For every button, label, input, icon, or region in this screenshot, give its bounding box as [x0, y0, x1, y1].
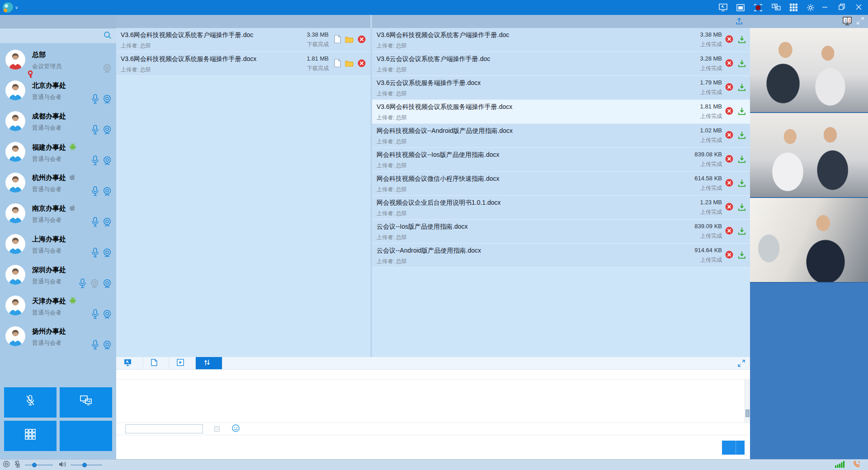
download-file-icon[interactable]: [738, 227, 745, 236]
upload-file-row[interactable]: V3.6网会科技视频会议系统客户端操作手册.doc 上传者: 总部 3.38 M…: [372, 28, 750, 52]
microphone-icon[interactable]: [91, 125, 99, 136]
download-file-icon[interactable]: [738, 59, 745, 68]
video-layout-icon[interactable]: 12: [842, 17, 852, 27]
tab-desktop-share[interactable]: [116, 357, 143, 369]
search-input[interactable]: [5, 32, 104, 39]
participant-row[interactable]: 天津办事处 普通与会者: [0, 293, 116, 324]
upload-file-row[interactable]: 网会科技视频会议--Ios版产品使用指南.docx 上传者: 总部 839.08…: [372, 148, 750, 172]
download-file-icon[interactable]: [738, 83, 745, 92]
participant-row[interactable]: 总部 会议管理员: [0, 47, 116, 78]
start-sync-button[interactable]: [60, 387, 112, 418]
download-file-row[interactable]: V3.6网会科技视频会议系统客户端操作手册.doc 上传者: 总部 3.38 M…: [116, 28, 370, 52]
maximize-button[interactable]: [839, 4, 845, 11]
participant-row[interactable]: 北京办事处 普通与会者: [0, 78, 116, 109]
open-folder-icon[interactable]: [345, 60, 354, 68]
delete-file-icon[interactable]: [725, 251, 733, 260]
webcam-icon[interactable]: [103, 248, 112, 259]
participant-row[interactable]: 福建办事处 普通与会者: [0, 140, 116, 170]
tab-file-share[interactable]: [196, 357, 222, 369]
webcam-icon[interactable]: [103, 187, 112, 197]
download-file-icon[interactable]: [738, 251, 745, 260]
stop-speaking-button[interactable]: [4, 387, 57, 418]
display-grid-icon[interactable]: [790, 4, 797, 11]
whiteboard-icon[interactable]: [736, 4, 745, 11]
record-icon[interactable]: [754, 4, 763, 12]
emoji-icon[interactable]: [232, 424, 240, 433]
delete-file-icon[interactable]: [725, 131, 733, 141]
upload-file-row[interactable]: V3.6网会科技视频会议系统服务端操作手册.docx 上传者: 总部 1.81 …: [372, 100, 750, 124]
microphone-icon[interactable]: [91, 186, 99, 197]
open-folder-icon[interactable]: [345, 36, 354, 44]
webcam-icon[interactable]: [103, 125, 112, 136]
participant-row[interactable]: 扬州办事处 普通与会者: [0, 324, 116, 355]
microphone-icon[interactable]: [79, 278, 86, 290]
chevron-down-icon[interactable]: ∨: [15, 5, 18, 10]
upload-file-row[interactable]: 网会科技视频会议--Android版产品使用指南.docx 上传者: 总部 1.…: [372, 124, 750, 148]
microphone-icon[interactable]: [91, 155, 99, 167]
delete-file-icon[interactable]: [725, 35, 733, 45]
webcam-icon[interactable]: [103, 156, 112, 167]
participant-row[interactable]: 南京办事处 普通与会者: [0, 201, 116, 232]
webcam-icon[interactable]: [103, 94, 112, 105]
expand-panel-icon[interactable]: [737, 359, 745, 369]
delete-file-icon[interactable]: [725, 179, 733, 188]
participant-row[interactable]: 上海办事处 普通与会者: [0, 232, 116, 263]
webcam-icon[interactable]: [103, 310, 112, 320]
microphone-icon[interactable]: [91, 217, 99, 228]
webcam-gray-icon[interactable]: [103, 64, 112, 75]
open-file-icon[interactable]: [334, 35, 341, 45]
sync-screens-icon[interactable]: [772, 4, 781, 11]
download-file-icon[interactable]: [738, 203, 745, 212]
microphone-icon[interactable]: [91, 248, 99, 259]
video-thumbnail-1[interactable]: [750, 28, 868, 113]
close-button[interactable]: [856, 4, 862, 11]
tab-media-play[interactable]: [169, 357, 196, 369]
microphone-icon[interactable]: [91, 94, 99, 105]
delete-file-icon[interactable]: [725, 59, 733, 69]
send-options-caret[interactable]: [736, 441, 745, 455]
delete-file-icon[interactable]: [358, 35, 366, 45]
upload-file-row[interactable]: 云会议--Ios版产品使用指南.docx 上传者: 总部 839.09 KB 上…: [372, 220, 750, 244]
mic-muted-icon[interactable]: [14, 461, 21, 470]
delete-file-icon[interactable]: [725, 227, 733, 236]
delete-file-icon[interactable]: [725, 155, 733, 164]
whisper-checkbox[interactable]: [214, 426, 222, 432]
video-fullscreen-icon[interactable]: [856, 17, 864, 26]
delete-file-icon[interactable]: [725, 107, 733, 117]
upload-file-row[interactable]: 网会科技视频会议微信小程序快速指南.docx 上传者: 总部 614.58 KB…: [372, 172, 750, 196]
tab-whiteboard[interactable]: [143, 357, 169, 369]
webcam-gray-icon[interactable]: [90, 279, 99, 290]
share-screen-icon[interactable]: [719, 4, 727, 11]
more-functions-button[interactable]: [60, 421, 112, 451]
chat-input-area[interactable]: [116, 435, 750, 459]
search-icon[interactable]: [104, 31, 112, 41]
send-button[interactable]: [722, 441, 745, 455]
speaker-icon[interactable]: [59, 461, 66, 469]
upload-file-link[interactable]: [736, 18, 745, 26]
download-file-icon[interactable]: [738, 155, 745, 164]
video-thumbnail-2[interactable]: [750, 113, 868, 198]
display-mode-button[interactable]: [4, 421, 57, 451]
participant-row[interactable]: 杭州办事处 普通与会者: [0, 170, 116, 201]
download-file-row[interactable]: V3.6网会科技视频会议系统服务端操作手册.docx 上传者: 总部 1.81 …: [116, 52, 370, 76]
chat-message-list[interactable]: [116, 380, 750, 423]
download-file-icon[interactable]: [738, 131, 745, 140]
open-file-icon[interactable]: [334, 59, 341, 69]
participant-row[interactable]: 深圳办事处 普通与会者: [0, 263, 116, 293]
chat-scrollbar-thumb[interactable]: [745, 409, 750, 417]
minimize-button[interactable]: [822, 4, 828, 11]
webcam-icon[interactable]: [103, 340, 112, 351]
upload-file-row[interactable]: V3.6云会议会议系统客户端操作手册.doc 上传者: 总部 3.28 MB 上…: [372, 52, 750, 76]
webcam-icon[interactable]: [103, 217, 112, 228]
chat-scrollbar[interactable]: [745, 380, 750, 423]
upload-file-row[interactable]: 网会视频会议企业后台使用说明书1.0.1.docx 上传者: 总部 1.23 M…: [372, 196, 750, 220]
checkbox-icon[interactable]: [214, 426, 220, 432]
settings-gear-icon[interactable]: [807, 4, 815, 12]
download-file-icon[interactable]: [738, 107, 745, 116]
recipient-select[interactable]: [125, 424, 203, 433]
speaker-volume-slider[interactable]: [71, 462, 102, 468]
delete-file-icon[interactable]: [725, 83, 733, 93]
video-thumbnail-3[interactable]: [750, 198, 868, 283]
mic-volume-slider[interactable]: [25, 462, 53, 468]
delete-file-icon[interactable]: [358, 59, 366, 69]
